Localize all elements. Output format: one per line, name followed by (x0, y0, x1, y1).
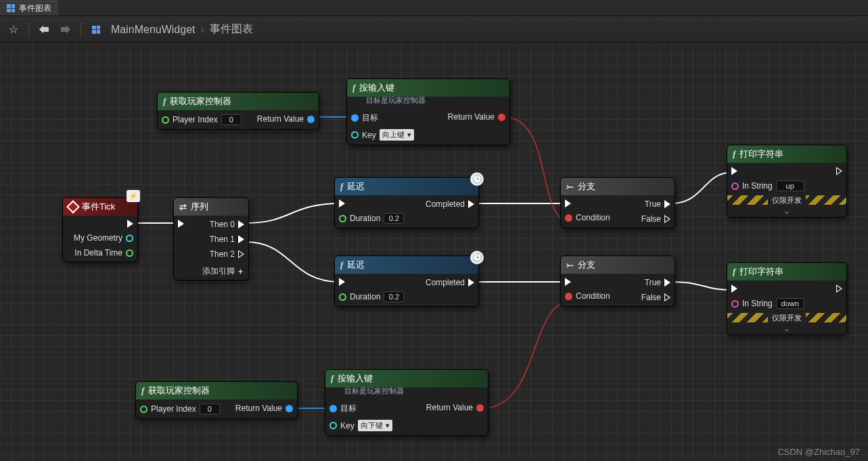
player-index-pin[interactable]: Player Index (140, 404, 220, 414)
forward-button[interactable]: 🡆 (56, 20, 75, 39)
key-dropdown[interactable]: 向上键▾ (380, 129, 414, 141)
function-icon: f (340, 181, 343, 192)
bolt-icon: ⚡ (127, 190, 140, 202)
exec-in-pin[interactable] (339, 199, 404, 208)
return-value-pin[interactable]: Return Value (426, 403, 484, 412)
in-string-pin[interactable]: In String (731, 180, 804, 191)
node-delay-1[interactable]: f 延迟 🕒 Duration Completed (334, 177, 479, 228)
node-title: 延迟 (347, 180, 365, 193)
add-pin-button[interactable]: 添加引脚 + (174, 263, 248, 280)
node-input-key-2[interactable]: f 按输入键 目标是玩家控制器 目标 Key向下键▾ Return Value (325, 369, 488, 436)
function-icon: f (352, 82, 355, 93)
condition-pin[interactable]: Condition (565, 213, 610, 222)
star-button[interactable]: ☆ (4, 20, 23, 39)
in-string-input[interactable] (776, 180, 804, 191)
false-pin[interactable]: False (641, 293, 670, 302)
condition-pin[interactable]: Condition (565, 291, 610, 301)
breadcrumb: MainMenuWidget › 事件图表 (111, 22, 253, 37)
node-get-player-controller-2[interactable]: f 获取玩家控制器 Player Index Return Value (135, 381, 298, 419)
exec-in-pin[interactable] (565, 278, 610, 286)
function-icon: f (163, 96, 166, 107)
node-title: 分支 (578, 259, 595, 271)
expand-chevron-icon[interactable]: ⌄ (727, 205, 846, 217)
player-index-pin[interactable]: Player Index (162, 114, 242, 125)
duration-input[interactable] (384, 213, 404, 224)
function-icon: f (733, 149, 735, 160)
exec-in-pin[interactable] (731, 285, 804, 293)
node-header[interactable]: f 获取玩家控制器 (158, 93, 319, 110)
node-branch-2[interactable]: 分支 Condition True False (560, 256, 675, 307)
key-pin[interactable]: Key向上键▾ (351, 129, 414, 141)
target-pin[interactable]: 目标 (351, 112, 414, 124)
node-title: 按输入键 (338, 372, 373, 385)
output-geometry-pin[interactable]: My Geometry (74, 233, 133, 243)
return-value-pin[interactable]: Return Value (235, 404, 293, 413)
node-header[interactable]: f 获取玩家控制器 (136, 382, 297, 399)
node-header[interactable]: 序列 (174, 198, 248, 216)
node-header[interactable]: 分支 (561, 256, 675, 274)
return-value-pin[interactable]: Return Value (257, 114, 315, 124)
node-header[interactable]: f 按输入键 (347, 79, 509, 97)
node-header[interactable]: f 按输入键 (325, 370, 488, 387)
duration-input[interactable] (384, 291, 404, 302)
then1-pin[interactable]: Then 1 (210, 235, 244, 244)
graph-canvas[interactable]: 事件Tick ⚡ My Geometry In Delta Time 序列 Th… (0, 43, 868, 461)
chevron-right-icon: › (201, 24, 204, 36)
back-button[interactable]: 🡄 (35, 20, 53, 39)
node-header[interactable]: f 延迟 (335, 256, 478, 274)
function-icon: f (340, 260, 343, 270)
node-title: 事件Tick (82, 201, 115, 213)
node-print-string-2[interactable]: f 打印字符串 In String 仅限开发 ⌄ (727, 262, 847, 335)
node-print-string-1[interactable]: f 打印字符串 In String 仅限开发 ⌄ (727, 145, 847, 218)
node-sequence[interactable]: 序列 Then 0 Then 1 Then 2 添加引脚 + (173, 197, 249, 281)
node-event-tick[interactable]: 事件Tick ⚡ My Geometry In Delta Time (62, 197, 138, 262)
node-title: 打印字符串 (739, 266, 783, 278)
breadcrumb-graph[interactable]: 事件图表 (210, 22, 253, 37)
node-header[interactable]: f 打印字符串 (727, 263, 846, 281)
player-index-input[interactable] (221, 114, 242, 125)
function-icon: f (331, 373, 334, 384)
divider (28, 22, 29, 38)
return-value-pin[interactable]: Return Value (448, 112, 505, 122)
breadcrumb-widget[interactable]: MainMenuWidget (111, 24, 196, 36)
key-pin[interactable]: Key向下键▾ (329, 420, 392, 431)
exec-in-pin[interactable] (339, 278, 404, 286)
exec-in-pin[interactable] (731, 167, 804, 175)
node-get-player-controller-1[interactable]: f 获取玩家控制器 Player Index Return Value (157, 92, 319, 130)
then2-pin[interactable]: Then 2 (210, 249, 244, 259)
function-icon: f (141, 385, 144, 396)
exec-in-pin[interactable] (565, 199, 610, 208)
target-pin[interactable]: 目标 (329, 403, 392, 414)
expand-chevron-icon[interactable]: ⌄ (727, 322, 846, 335)
true-pin[interactable]: True (645, 199, 670, 209)
duration-pin[interactable]: Duration (339, 291, 404, 302)
in-string-input[interactable] (776, 298, 804, 309)
completed-pin[interactable]: Completed (426, 278, 474, 287)
player-index-input[interactable] (200, 404, 220, 414)
output-delta-pin[interactable]: In Delta Time (74, 248, 133, 258)
key-dropdown[interactable]: 向下键▾ (358, 420, 392, 431)
node-header[interactable]: 分支 (561, 178, 675, 195)
true-pin[interactable]: True (645, 278, 670, 287)
exec-in-pin[interactable] (178, 220, 184, 228)
node-header[interactable]: f 延迟 (335, 178, 478, 195)
then0-pin[interactable]: Then 0 (210, 220, 244, 229)
duration-pin[interactable]: Duration (339, 213, 404, 224)
graph-home-button[interactable] (87, 20, 106, 39)
node-delay-2[interactable]: f 延迟 🕒 Duration Completed (334, 256, 479, 307)
node-title: 打印字符串 (739, 148, 783, 160)
false-pin[interactable]: False (641, 214, 670, 224)
node-input-key-1[interactable]: f 按输入键 目标是玩家控制器 目标 Key向上键▾ Return Value (346, 78, 510, 145)
toolbar: ☆ 🡄 🡆 MainMenuWidget › 事件图表 (0, 16, 868, 43)
completed-pin[interactable]: Completed (426, 199, 474, 209)
node-branch-1[interactable]: 分支 Condition True False (560, 177, 675, 228)
exec-out-pin[interactable] (127, 220, 133, 228)
exec-out-pin[interactable] (836, 285, 842, 293)
in-string-pin[interactable]: In String (731, 298, 804, 309)
node-title: 按输入键 (359, 82, 394, 94)
node-title: 延迟 (347, 259, 365, 271)
tab-event-graph[interactable]: 事件图表 (0, 1, 58, 16)
node-header[interactable]: f 打印字符串 (727, 145, 846, 163)
exec-out-pin[interactable] (836, 167, 842, 175)
node-title: 获取玩家控制器 (170, 95, 231, 107)
